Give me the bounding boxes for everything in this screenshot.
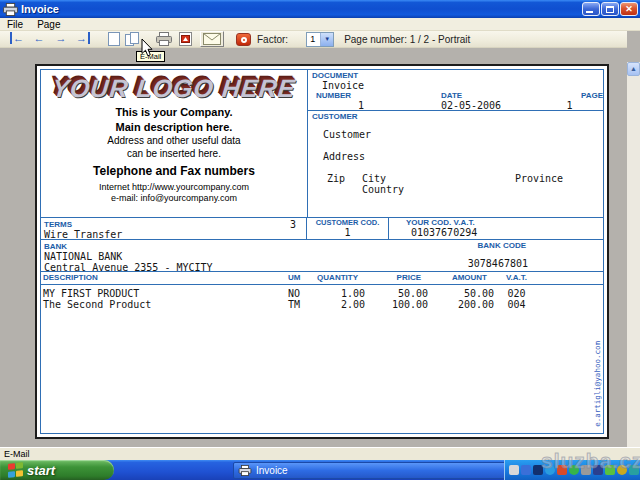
header-vat: V.A.T. bbox=[494, 272, 539, 284]
status-text: E-Mail bbox=[4, 449, 30, 459]
tray-icon[interactable] bbox=[509, 465, 519, 475]
company-line: Telephone and Fax numbers bbox=[41, 164, 307, 178]
customer-country: Country bbox=[362, 184, 603, 195]
item-description: MY FIRST PRODUCT bbox=[41, 288, 288, 299]
customer-address: Address bbox=[323, 151, 603, 162]
chevron-down-icon[interactable]: ▼ bbox=[320, 33, 333, 46]
tray-icon[interactable] bbox=[533, 465, 543, 475]
company-line: e-mail: info@yourcompany.com bbox=[41, 193, 307, 203]
company-line: Internet http://www.yourcompany.com bbox=[41, 182, 307, 192]
tray-icon[interactable] bbox=[581, 465, 591, 475]
document-number: 1 bbox=[316, 100, 406, 111]
number-label: NUMBER bbox=[316, 91, 406, 100]
factor-value: 1 bbox=[307, 33, 320, 46]
vat-cod-value: 01037670294 bbox=[406, 227, 603, 238]
next-page-button[interactable]: → bbox=[50, 32, 72, 46]
vertical-scrollbar[interactable]: ▲ ▼ bbox=[627, 62, 640, 447]
bank-row: BANK BANK CODE NATIONAL BANK Central Ave… bbox=[41, 240, 603, 272]
invoice-body-empty: e.artigli@yahoo.com bbox=[41, 310, 603, 433]
bank-code-value: 3078467801 bbox=[468, 258, 528, 269]
header-amount: AMOUNT bbox=[428, 272, 494, 284]
company-line: can be inserted here. bbox=[41, 148, 307, 159]
mouse-cursor-icon bbox=[141, 38, 153, 57]
factor-select[interactable]: 1 ▼ bbox=[306, 32, 334, 47]
items-rows: MY FIRST PRODUCT NO 1.00 50.00 50.00 020… bbox=[41, 285, 603, 310]
items-header-row: DESCRIPTION UM QUANTITY PRICE AMOUNT V.A… bbox=[41, 272, 603, 285]
tray-icon[interactable] bbox=[545, 465, 555, 475]
tray-icon[interactable] bbox=[605, 465, 615, 475]
previous-page-button[interactable]: ← bbox=[28, 32, 50, 46]
item-vat: 004 bbox=[494, 299, 539, 310]
task-label: Invoice bbox=[256, 465, 288, 476]
window-title: Invoice bbox=[21, 3, 581, 15]
header-quantity: QUANTITY bbox=[310, 272, 365, 284]
company-logo: YOUR LOGO HERE bbox=[41, 74, 307, 103]
tray-icon[interactable] bbox=[569, 465, 579, 475]
header-price: PRICE bbox=[365, 272, 428, 284]
page-label: PAGE bbox=[536, 91, 603, 100]
titlebar: Invoice ✕ bbox=[0, 0, 640, 18]
print-button[interactable] bbox=[156, 32, 172, 46]
header-description: DESCRIPTION bbox=[41, 272, 288, 284]
bank-code-label: BANK CODE bbox=[478, 241, 526, 250]
start-button[interactable]: start bbox=[0, 460, 114, 480]
header-um: UM bbox=[288, 272, 310, 284]
item-description: The Second Product bbox=[41, 299, 288, 310]
item-um: TM bbox=[288, 299, 310, 310]
two-page-view-button[interactable] bbox=[125, 32, 140, 46]
company-line: Main description here. bbox=[41, 121, 307, 133]
document-page: 1 bbox=[536, 100, 603, 111]
page-info: Page number: 1 / 2 - Portrait bbox=[344, 34, 470, 45]
scroll-up-button[interactable]: ▲ bbox=[627, 62, 640, 76]
statusbar: E-Mail bbox=[0, 447, 640, 460]
document-block: DOCUMENT Invoice NUMBER DATE PAGE 1 02-0… bbox=[307, 70, 603, 217]
customer-label: CUSTOMER bbox=[312, 112, 603, 121]
maximize-button[interactable] bbox=[601, 2, 619, 16]
terms-value: Wire Transfer bbox=[44, 229, 306, 240]
last-page-button[interactable]: → bbox=[72, 32, 94, 46]
document-type: Invoice bbox=[312, 80, 603, 91]
first-page-icon: ← bbox=[10, 32, 24, 44]
single-page-view-button[interactable] bbox=[108, 32, 120, 46]
close-button[interactable]: ✕ bbox=[620, 2, 638, 16]
preview-pane: YOUR LOGO HERE This is your Company. Mai… bbox=[0, 31, 640, 447]
item-amount: 50.00 bbox=[428, 288, 494, 299]
item-quantity: 1.00 bbox=[310, 288, 365, 299]
document-date: 02-05-2006 bbox=[406, 100, 536, 111]
menu-page[interactable]: Page bbox=[30, 18, 67, 31]
bank-label: BANK bbox=[44, 242, 67, 251]
tray-icon[interactable] bbox=[593, 465, 603, 475]
customer-block: CUSTOMER Customer Address Zip City Provi… bbox=[308, 111, 603, 217]
exit-button[interactable] bbox=[236, 33, 251, 46]
tray-icon[interactable] bbox=[617, 465, 627, 475]
item-price: 50.00 bbox=[365, 288, 428, 299]
invoice-frame: YOUR LOGO HERE This is your Company. Mai… bbox=[40, 69, 604, 434]
terms-label: TERMS bbox=[44, 220, 72, 229]
toolbar: ← ← → → Factor: 1 ▼ Page number: 1 / 2 bbox=[0, 31, 627, 48]
vat-cod-label: YOUR COD. V.A.T. bbox=[406, 218, 603, 227]
company-line: Address and other useful data bbox=[41, 135, 307, 146]
table-row: The Second Product TM 2.00 100.00 200.00… bbox=[41, 299, 603, 310]
taskbar-task-invoice[interactable]: Invoice bbox=[233, 462, 519, 479]
customer-city: City bbox=[362, 173, 386, 184]
item-um: NO bbox=[288, 288, 310, 299]
printer-app-icon bbox=[3, 3, 18, 16]
customer-name: Customer bbox=[323, 129, 603, 140]
item-quantity: 2.00 bbox=[310, 299, 365, 310]
item-vat: 020 bbox=[494, 288, 539, 299]
email-button[interactable] bbox=[200, 31, 224, 47]
tray-icon[interactable] bbox=[557, 465, 567, 475]
item-amount: 200.00 bbox=[428, 299, 494, 310]
pdf-export-button[interactable] bbox=[179, 32, 192, 46]
menu-file[interactable]: File bbox=[0, 18, 30, 31]
invoice-page: YOUR LOGO HERE This is your Company. Mai… bbox=[35, 64, 609, 439]
first-page-button[interactable]: ← bbox=[6, 32, 28, 46]
tray-icon[interactable] bbox=[629, 465, 639, 475]
item-price: 100.00 bbox=[365, 299, 428, 310]
tray-icon[interactable] bbox=[521, 465, 531, 475]
terms-row: TERMS 3 Wire Transfer CUSTOMER COD. 1 YO… bbox=[41, 218, 603, 240]
windows-flag-icon bbox=[8, 462, 23, 478]
start-label: start bbox=[27, 463, 55, 478]
company-block: YOUR LOGO HERE This is your Company. Mai… bbox=[41, 70, 307, 217]
minimize-button[interactable] bbox=[582, 2, 600, 16]
